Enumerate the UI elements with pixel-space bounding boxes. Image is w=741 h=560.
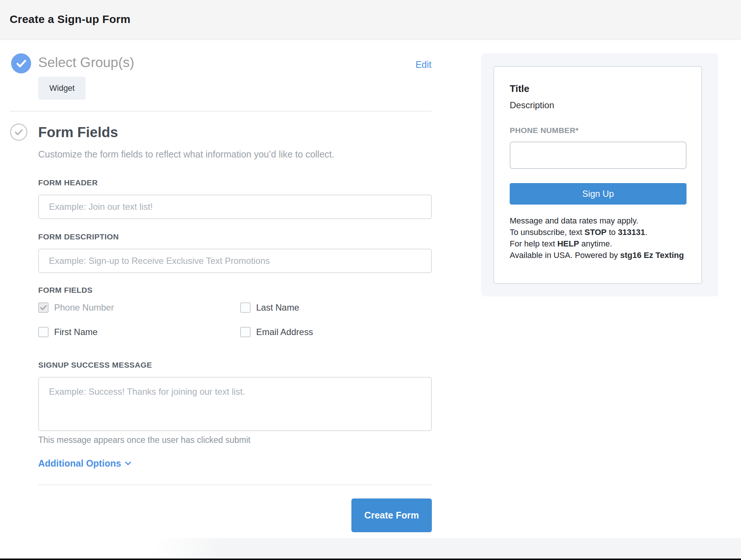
check-icon xyxy=(40,305,47,310)
select-groups-heading: Select Group(s) xyxy=(38,53,134,73)
checkbox-unchecked-icon xyxy=(240,302,251,313)
form-description-label: FORM DESCRIPTION xyxy=(38,232,119,241)
additional-options-toggle[interactable]: Additional Options xyxy=(38,458,131,469)
checkbox-first-name[interactable]: First Name xyxy=(38,327,97,337)
edit-groups-link[interactable]: Edit xyxy=(416,59,431,70)
selected-group-chip: Widget xyxy=(38,77,86,100)
checkbox-label: Email Address xyxy=(256,327,313,337)
checkbox-label: Last Name xyxy=(256,302,299,313)
footer-band xyxy=(0,538,741,560)
chevron-down-icon xyxy=(125,461,131,465)
page-title: Create a Sign-up Form xyxy=(10,0,130,39)
form-fields-heading: Form Fields xyxy=(38,123,118,142)
success-message-textarea[interactable] xyxy=(38,377,432,431)
preview-description: Description xyxy=(510,100,685,110)
section-divider xyxy=(38,484,432,485)
form-header-input[interactable] xyxy=(38,195,432,219)
preview-title: Title xyxy=(510,83,685,95)
page-header: Create a Sign-up Form xyxy=(0,0,741,40)
step-complete-icon xyxy=(11,53,31,73)
preview-phone-label: PHONE NUMBER* xyxy=(510,126,685,135)
checkbox-label: Phone Number xyxy=(54,302,114,313)
check-icon xyxy=(16,60,26,67)
form-preview-card: Title Description PHONE NUMBER* Sign Up … xyxy=(493,66,702,284)
checkbox-email-address[interactable]: Email Address xyxy=(240,327,313,337)
checkbox-unchecked-icon xyxy=(38,327,49,337)
form-preview-panel: Title Description PHONE NUMBER* Sign Up … xyxy=(481,53,718,296)
form-description-input[interactable] xyxy=(38,249,432,273)
checkbox-last-name[interactable]: Last Name xyxy=(240,302,299,313)
checkbox-checked-icon xyxy=(38,302,49,313)
step-pending-icon xyxy=(10,123,27,141)
form-fields-group-label: FORM FIELDS xyxy=(38,286,93,295)
form-header-label: FORM HEADER xyxy=(38,178,98,187)
preview-phone-input[interactable] xyxy=(510,142,687,169)
section-divider xyxy=(10,111,432,112)
checkbox-unchecked-icon xyxy=(240,327,251,337)
success-message-label: SIGNUP SUCCESS MESSAGE xyxy=(38,361,152,370)
success-message-helper: This message appears once the user has c… xyxy=(38,435,251,445)
additional-options-label: Additional Options xyxy=(38,458,121,469)
preview-signup-button[interactable]: Sign Up xyxy=(510,183,687,205)
form-fields-subtitle: Customize the form fields to reflect wha… xyxy=(38,149,334,160)
window-bottom-edge xyxy=(0,559,741,560)
preview-disclaimer: Message and data rates may apply. To uns… xyxy=(510,215,692,261)
check-icon xyxy=(15,129,23,135)
checkbox-label: First Name xyxy=(54,327,97,337)
create-form-button[interactable]: Create Form xyxy=(351,498,432,532)
checkbox-phone-number[interactable]: Phone Number xyxy=(38,302,114,313)
